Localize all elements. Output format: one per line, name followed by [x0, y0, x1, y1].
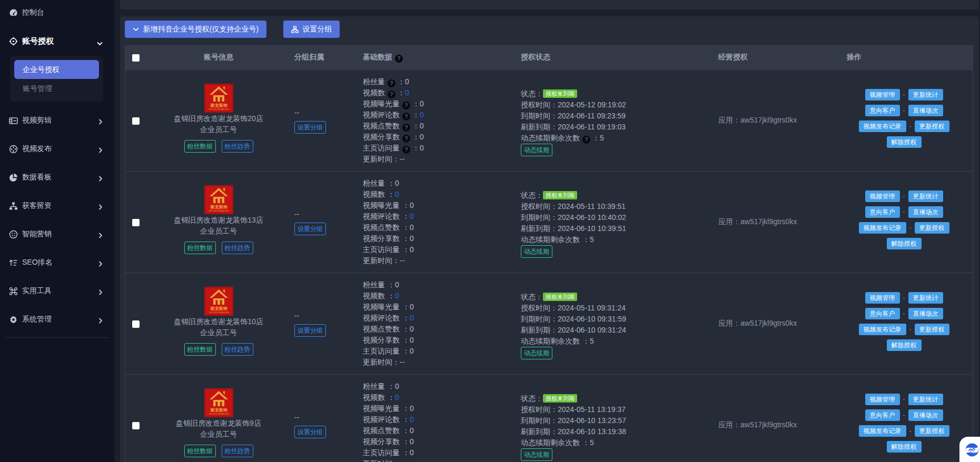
publish-records-button[interactable]: 视频发布记录 [859, 222, 906, 234]
videos-count-link[interactable]: 0 [395, 393, 399, 401]
row-checkbox[interactable] [132, 320, 140, 328]
update-auth-button[interactable]: 更新授权 [915, 324, 949, 335]
update-auth-button[interactable]: 更新授权 [915, 120, 949, 132]
live-sessions-button[interactable]: 直播场次 [908, 206, 943, 218]
update-stats-button[interactable]: 更新统计 [908, 292, 943, 304]
fans-data-button[interactable]: 粉丝数据 [184, 445, 216, 457]
chevron-right-icon [98, 288, 103, 297]
sidebar-item-video-publish[interactable]: 视频发布 [0, 138, 114, 159]
row-checkbox[interactable] [132, 219, 140, 226]
intent-customers-button[interactable]: 意向客户 [865, 105, 900, 116]
fans-data-button[interactable]: 粉丝数据 [184, 343, 216, 356]
revoke-auth-button[interactable]: 解除授权 [887, 136, 922, 148]
help-icon[interactable]: ? [388, 91, 395, 98]
update-auth-button[interactable]: 更新授权 [915, 425, 949, 437]
auth-status-line: 状态：授权未到期 [521, 190, 713, 201]
set-group-row-button[interactable]: 设置分组 [294, 121, 326, 134]
update-auth-button[interactable]: 更新授权 [915, 222, 949, 234]
revoke-auth-button[interactable]: 解除授权 [887, 238, 922, 249]
stat-visits: 主页访问量?：0 [363, 244, 516, 255]
set-group-row-button[interactable]: 设置分组 [294, 324, 326, 337]
sidebar-subitem-enterprise-auth[interactable]: 企业号授权 [14, 60, 99, 79]
business-app: 应用：aw517jkl9gtrs0kx [718, 116, 797, 124]
publish-records-button[interactable]: 视频发布记录 [859, 120, 906, 132]
add-auth-button[interactable]: 新增抖音企业号授权(仅支持企业号) [125, 21, 266, 38]
help-icon[interactable]: ? [402, 113, 410, 120]
fans-data-button[interactable]: 粉丝数据 [184, 242, 216, 254]
help-icon[interactable]: ? [395, 55, 403, 63]
sidebar-item-smart-marketing[interactable]: 智能营销 [0, 224, 114, 245]
sidebar-item-tools[interactable]: 实用工具 [0, 280, 114, 302]
videos-count-link[interactable]: 0 [405, 88, 409, 97]
svg-text:XIE LONG ZHUANG SHI: XIE LONG ZHUANG SHI [209, 210, 229, 212]
comments-count-link[interactable]: 0 [410, 314, 414, 322]
renew-button[interactable]: 动态续期 [521, 347, 552, 359]
comments-count-link[interactable]: 0 [410, 212, 414, 220]
publish-records-button[interactable]: 视频发布记录 [859, 425, 906, 437]
live-sessions-button[interactable]: 直播场次 [908, 409, 943, 421]
video-manage-button[interactable]: 视频管理 [865, 190, 900, 202]
comments-count-link[interactable]: 0 [410, 415, 414, 424]
fans-trend-button[interactable]: 粉丝趋势 [222, 343, 253, 356]
renew-button[interactable]: 动态续期 [521, 245, 552, 258]
help-icon[interactable]: ? [388, 79, 395, 87]
set-group-row-button[interactable]: 设置分组 [294, 426, 326, 438]
stat-fans: 粉丝量?：0 [363, 279, 516, 290]
service-widget[interactable] [959, 437, 980, 462]
revoke-auth-button[interactable]: 解除授权 [887, 441, 922, 453]
fans-trend-button[interactable]: 粉丝趋势 [222, 242, 253, 254]
fans-trend-button[interactable]: 粉丝趋势 [222, 140, 253, 153]
sidebar-item-leads[interactable]: 获客留资 [0, 195, 114, 216]
fans-trend-button[interactable]: 粉丝趋势 [222, 445, 253, 457]
select-all-checkbox[interactable] [132, 54, 140, 62]
intent-customers-button[interactable]: 意向客户 [865, 308, 900, 319]
set-group-button[interactable]: 设置分组 [283, 21, 340, 38]
stat-shares: 视频分享数?：0 [363, 132, 516, 143]
update-stats-button[interactable]: 更新统计 [908, 89, 943, 101]
sidebar-subitem-account-manage[interactable]: 账号管理 [10, 79, 103, 98]
video-manage-button[interactable]: 视频管理 [865, 292, 900, 304]
group-value: -- [294, 412, 358, 423]
sidebar-item-console[interactable]: 控制台 [0, 2, 114, 23]
stat-likes: 视频点赞数?：0 [363, 324, 516, 335]
videos-count-link[interactable]: 0 [395, 292, 399, 300]
sidebar-item-seo-rank[interactable]: SEO排名 [0, 252, 114, 273]
sidebar-item-system[interactable]: 系统管理 [0, 309, 114, 330]
auth-time-line: 授权时间：2024-05-11 13:19:37 [521, 404, 713, 415]
svg-text:谢龙装饰: 谢龙装饰 [210, 205, 228, 209]
renew-button[interactable]: 动态续期 [521, 144, 552, 156]
help-icon[interactable]: ? [402, 146, 410, 154]
help-icon[interactable]: ? [402, 124, 410, 132]
sidebar-item-data-board[interactable]: 数据看板 [0, 167, 114, 188]
intent-customers-button[interactable]: 意向客户 [865, 409, 900, 421]
account-name: 盘锦旧房改造谢龙装饰20店 [146, 113, 291, 124]
command-icon [9, 287, 18, 296]
videos-count-link[interactable]: 0 [395, 190, 399, 198]
publish-records-button[interactable]: 视频发布记录 [859, 324, 906, 335]
row-checkbox[interactable] [132, 117, 140, 125]
stat-visits: 主页访问量?：0 [363, 447, 516, 458]
app: 控制台 账号授权 企业号授权 账号管理 [0, 0, 980, 462]
account-logo: 谢龙装饰 XIE LONG ZHUANG SHI [204, 388, 233, 417]
fans-data-button[interactable]: 粉丝数据 [184, 140, 216, 153]
live-sessions-button[interactable]: 直播场次 [908, 308, 943, 319]
sidebar-item-account-auth[interactable]: 账号授权 [0, 31, 114, 52]
live-sessions-button[interactable]: 直播场次 [908, 105, 943, 116]
video-manage-button[interactable]: 视频管理 [865, 89, 900, 101]
set-group-row-button[interactable]: 设置分组 [294, 223, 326, 235]
update-stats-button[interactable]: 更新统计 [908, 394, 943, 405]
revoke-auth-button[interactable]: 解除授权 [887, 339, 922, 351]
help-icon[interactable]: ? [402, 135, 410, 143]
chevron-down-icon [133, 27, 139, 32]
renew-button[interactable]: 动态续期 [521, 448, 552, 461]
update-stats-button[interactable]: 更新统计 [908, 190, 943, 202]
expire-time-line: 到期时间：2024-06-10 13:23:57 [521, 415, 713, 426]
sidebar-item-label: 控制台 [22, 8, 44, 17]
video-manage-button[interactable]: 视频管理 [865, 394, 900, 405]
sidebar-item-video-clip[interactable]: 视频剪辑 [0, 110, 114, 131]
help-icon[interactable]: ? [402, 102, 410, 109]
comments-count-link[interactable]: 0 [420, 111, 424, 119]
row-checkbox[interactable] [132, 422, 140, 429]
help-icon[interactable]: ? [582, 136, 590, 144]
intent-customers-button[interactable]: 意向客户 [865, 206, 900, 218]
